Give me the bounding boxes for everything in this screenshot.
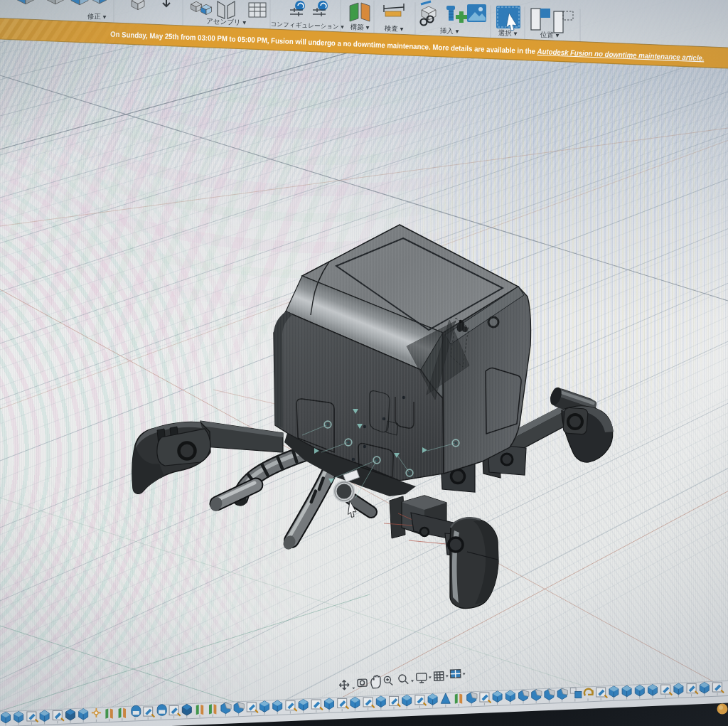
svg-text:修正 ▾: 修正 ▾ [87, 12, 107, 21]
svg-text:構築 ▾: 構築 ▾ [350, 23, 370, 31]
svg-text:検査 ▾: 検査 ▾ [384, 24, 404, 33]
svg-text:アセンブリ ▾: アセンブリ ▾ [206, 17, 247, 26]
svg-text:挿入 ▾: 挿入 ▾ [439, 26, 459, 35]
svg-text:選択 ▾: 選択 ▾ [498, 28, 518, 37]
